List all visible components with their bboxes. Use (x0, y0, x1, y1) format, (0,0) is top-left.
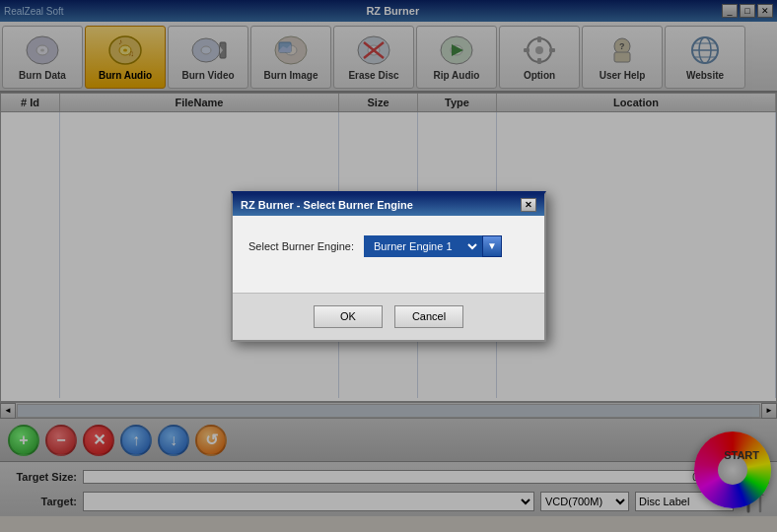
engine-select-row: Select Burner Engine: Burner Engine 1 ▼ (248, 235, 529, 257)
engine-dropdown-arrow[interactable]: ▼ (482, 235, 502, 257)
modal-close-button[interactable]: ✕ (521, 198, 536, 212)
engine-select-wrapper: Burner Engine 1 ▼ (364, 235, 502, 257)
modal-cancel-button[interactable]: Cancel (394, 305, 463, 328)
modal-dialog: RZ Burner - Select Burner Engine ✕ Selec… (231, 191, 546, 342)
modal-ok-button[interactable]: OK (314, 305, 383, 328)
modal-title: RZ Burner - Select Burner Engine (241, 199, 413, 211)
modal-title-bar: RZ Burner - Select Burner Engine ✕ (233, 194, 544, 216)
modal-overlay: RZ Burner - Select Burner Engine ✕ Selec… (0, 0, 777, 532)
modal-footer: OK Cancel (233, 293, 544, 340)
engine-label: Select Burner Engine: (248, 240, 354, 252)
modal-body: Select Burner Engine: Burner Engine 1 ▼ (233, 216, 544, 293)
engine-select[interactable]: Burner Engine 1 (364, 235, 482, 257)
